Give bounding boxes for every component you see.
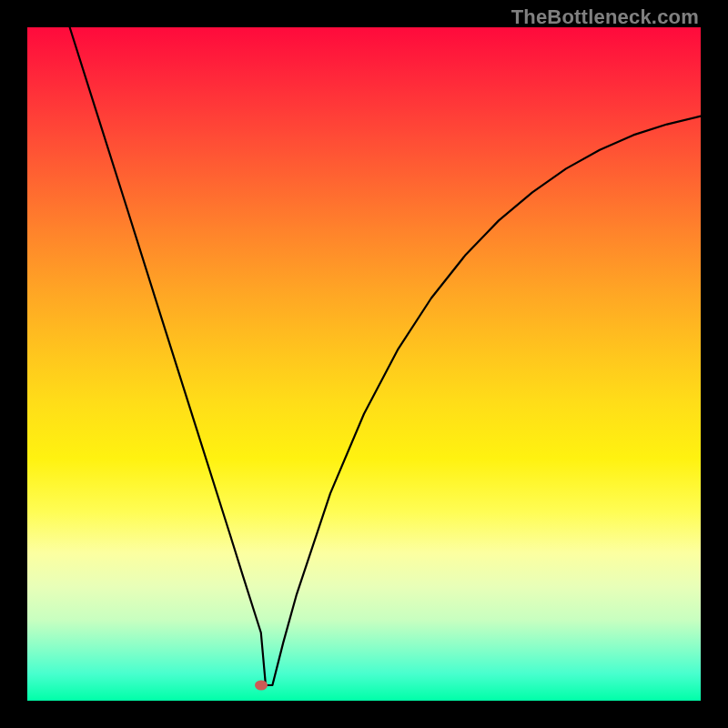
optimal-point-marker (255, 680, 268, 690)
curve-svg (27, 27, 701, 701)
plot-area (27, 27, 701, 701)
bottleneck-curve (70, 27, 701, 685)
chart-frame: TheBottleneck.com (0, 0, 728, 728)
watermark-text: TheBottleneck.com (511, 5, 699, 29)
